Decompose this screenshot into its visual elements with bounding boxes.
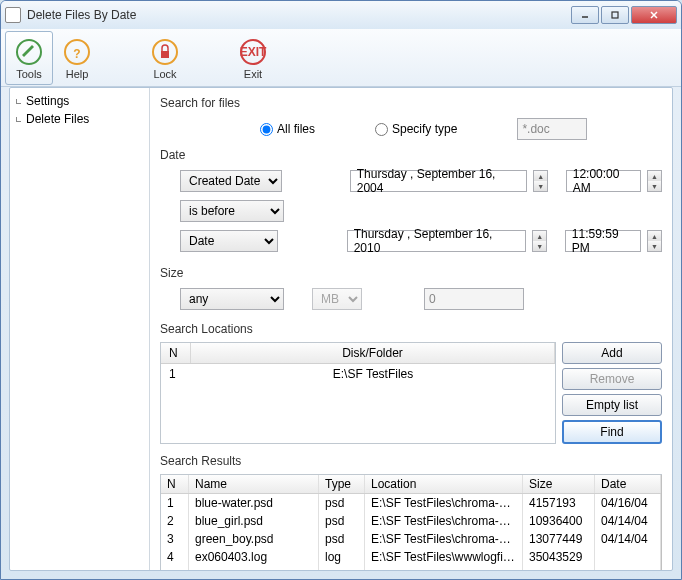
add-button[interactable]: Add bbox=[562, 342, 662, 364]
exit-button[interactable]: EXIT Exit bbox=[229, 31, 277, 85]
locations-section-label: Search Locations bbox=[160, 322, 662, 336]
pencil-icon bbox=[13, 36, 45, 68]
date-section-label: Date bbox=[160, 148, 662, 162]
empty-list-button[interactable]: Empty list bbox=[562, 394, 662, 416]
date-to-display[interactable]: Thursday , September 16, 2010 bbox=[347, 230, 526, 252]
date-mode-select[interactable]: Date bbox=[180, 230, 278, 252]
exit-icon: EXIT bbox=[237, 36, 269, 68]
date-from-display[interactable]: Thursday , September 16, 2004 bbox=[350, 170, 527, 192]
sidebar-item-settings[interactable]: Settings bbox=[10, 92, 149, 110]
svg-rect-1 bbox=[612, 12, 618, 18]
size-value-input[interactable] bbox=[424, 288, 524, 310]
specify-type-radio[interactable]: Specify type bbox=[375, 122, 457, 136]
close-button[interactable] bbox=[631, 6, 677, 24]
sidebar-item-delete-files[interactable]: Delete Files bbox=[10, 110, 149, 128]
type-filter-input[interactable] bbox=[517, 118, 587, 140]
find-button[interactable]: Find bbox=[562, 420, 662, 444]
maximize-button[interactable] bbox=[601, 6, 629, 24]
results-table: N Name Type Location Size Date 1blue-wat… bbox=[160, 474, 662, 570]
col-header-date[interactable]: Date bbox=[595, 475, 661, 493]
result-row[interactable]: 5ex060403.log.sensenE:\SF TestFiles\wwwl… bbox=[161, 566, 661, 570]
location-row[interactable]: 1 E:\SF TestFiles bbox=[161, 364, 555, 384]
time-to-display[interactable]: 11:59:59 PM bbox=[565, 230, 641, 252]
help-button[interactable]: ? Help bbox=[53, 31, 101, 85]
vertical-scrollbar[interactable] bbox=[661, 475, 662, 570]
tools-button[interactable]: Tools bbox=[5, 31, 53, 85]
time-to-spinner[interactable]: ▲▼ bbox=[647, 230, 662, 252]
date-to-spinner[interactable]: ▲▼ bbox=[532, 230, 547, 252]
size-section-label: Size bbox=[160, 266, 662, 280]
loc-header-n[interactable]: N bbox=[161, 343, 191, 363]
col-header-location[interactable]: Location bbox=[365, 475, 523, 493]
exit-label: Exit bbox=[244, 68, 262, 80]
tools-label: Tools bbox=[16, 68, 42, 80]
date-field-select[interactable]: Created Date bbox=[180, 170, 282, 192]
time-from-display[interactable]: 12:00:00 AM bbox=[566, 170, 641, 192]
lock-button[interactable]: Lock bbox=[141, 31, 189, 85]
svg-text:EXIT: EXIT bbox=[240, 45, 267, 59]
results-section-label: Search Results bbox=[160, 454, 662, 468]
minimize-button[interactable] bbox=[571, 6, 599, 24]
result-row[interactable]: 3green_boy.psdpsdE:\SF TestFiles\chroma-… bbox=[161, 530, 661, 548]
result-row[interactable]: 4ex060403.loglogE:\SF TestFiles\wwwlogfi… bbox=[161, 548, 661, 566]
size-unit-select[interactable]: MB bbox=[312, 288, 362, 310]
size-op-select[interactable]: any bbox=[180, 288, 284, 310]
result-row[interactable]: 2blue_girl.psdpsdE:\SF TestFiles\chroma-… bbox=[161, 512, 661, 530]
result-row[interactable]: 1blue-water.psdpsdE:\SF TestFiles\chroma… bbox=[161, 494, 661, 512]
col-header-size[interactable]: Size bbox=[523, 475, 595, 493]
search-files-label: Search for files bbox=[160, 96, 662, 110]
date-op-select[interactable]: is before bbox=[180, 200, 284, 222]
col-header-n[interactable]: N bbox=[161, 475, 189, 493]
col-header-type[interactable]: Type bbox=[319, 475, 365, 493]
lock-icon bbox=[149, 36, 181, 68]
remove-button[interactable]: Remove bbox=[562, 368, 662, 390]
svg-text:?: ? bbox=[73, 47, 80, 61]
col-header-name[interactable]: Name bbox=[189, 475, 319, 493]
all-files-radio[interactable]: All files bbox=[260, 122, 315, 136]
date-from-spinner[interactable]: ▲▼ bbox=[533, 170, 548, 192]
window-title: Delete Files By Date bbox=[27, 8, 571, 22]
time-from-spinner[interactable]: ▲▼ bbox=[647, 170, 662, 192]
svg-rect-8 bbox=[161, 51, 169, 58]
question-icon: ? bbox=[61, 36, 93, 68]
lock-label: Lock bbox=[153, 68, 176, 80]
loc-header-folder[interactable]: Disk/Folder bbox=[191, 343, 555, 363]
locations-table: N Disk/Folder 1 E:\SF TestFiles bbox=[160, 342, 556, 444]
help-label: Help bbox=[66, 68, 89, 80]
app-icon bbox=[5, 7, 21, 23]
